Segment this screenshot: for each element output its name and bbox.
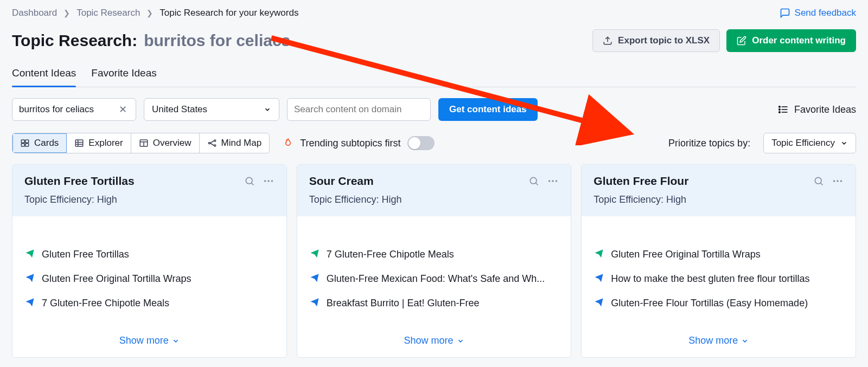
view-mindmap[interactable]: Mind Map — [200, 133, 270, 153]
chevron-down-icon — [741, 337, 749, 345]
cards-icon — [20, 138, 30, 148]
headline-item[interactable]: 7 Gluten-Free Chipotle Meals — [24, 291, 275, 316]
headline-text: Gluten-Free Flour Tortillas (Easy Homema… — [611, 298, 808, 309]
upload-icon — [603, 36, 612, 46]
headline-item[interactable]: Gluten Free Original Tortilla Wraps — [24, 267, 275, 291]
page-title: Topic Research: burritos for celiacs — [12, 31, 290, 50]
flame-icon — [283, 137, 293, 149]
headline-text: Gluten Free Original Tortilla Wraps — [42, 273, 191, 285]
bullhorn-icon — [24, 297, 35, 310]
svg-rect-7 — [21, 140, 24, 143]
svg-point-19 — [214, 140, 215, 141]
export-xlsx-button[interactable]: Export topic to XLSX — [592, 29, 720, 52]
clear-keyword-icon[interactable]: ✕ — [117, 104, 129, 115]
trending-subtopics-toggle-group: Trending subtopics first — [283, 136, 434, 150]
svg-point-32 — [556, 180, 558, 182]
svg-point-33 — [815, 177, 821, 184]
headline-item[interactable]: Gluten-Free Mexican Food: What's Safe an… — [309, 267, 559, 291]
edit-icon — [737, 36, 746, 46]
svg-point-26 — [267, 180, 270, 182]
svg-rect-8 — [25, 140, 29, 143]
topic-card-title[interactable]: Gluten Free Flour — [593, 175, 688, 188]
headline-item[interactable]: Breakfast Burrito | Eat! Gluten-Free — [309, 291, 559, 316]
trending-label: Trending subtopics first — [300, 138, 400, 149]
chevron-down-icon — [457, 337, 464, 345]
keyword-input[interactable] — [19, 104, 117, 115]
tab-content-ideas[interactable]: Content Ideas — [12, 64, 76, 87]
headline-text: Gluten-Free Mexican Food: What's Safe an… — [327, 273, 545, 285]
topic-card: Sour Cream Topic Efficiency: High 7 Glut… — [297, 164, 572, 358]
topic-cards-grid: Gluten Free Tortillas Topic Efficiency: … — [12, 164, 856, 358]
svg-point-5 — [779, 109, 781, 111]
order-content-writing-button[interactable]: Order content writing — [726, 29, 856, 52]
svg-point-18 — [208, 143, 210, 144]
headline-item[interactable]: How to make the best gluten free flour t… — [593, 267, 844, 291]
svg-point-20 — [214, 145, 215, 146]
country-select[interactable]: United States — [144, 98, 279, 121]
chevron-down-icon — [264, 106, 271, 113]
topic-card-title[interactable]: Sour Cream — [309, 175, 374, 188]
prioritize-select[interactable]: Topic Efficiency — [763, 133, 856, 153]
view-mode-segment: Cards Explorer Overview Mind Map — [12, 133, 270, 153]
topic-efficiency: Topic Efficiency: High — [24, 194, 275, 205]
svg-point-23 — [246, 177, 252, 184]
show-more-link[interactable]: Show more — [688, 335, 749, 346]
topic-efficiency: Topic Efficiency: High — [593, 194, 844, 205]
svg-rect-11 — [76, 140, 84, 146]
svg-line-21 — [210, 141, 214, 144]
svg-point-36 — [837, 180, 839, 182]
breadcrumb: Dashboard ❯ Topic Research ❯ Topic Resea… — [12, 8, 298, 18]
more-icon[interactable] — [547, 175, 559, 187]
headline-item[interactable]: Gluten-Free Flour Tortillas (Easy Homema… — [593, 291, 844, 316]
view-explorer[interactable]: Explorer — [67, 133, 131, 153]
view-cards[interactable]: Cards — [12, 133, 67, 153]
more-icon[interactable] — [832, 175, 844, 187]
overview-icon — [139, 138, 149, 148]
chevron-down-icon — [172, 337, 180, 345]
topic-card: Gluten Free Flour Topic Efficiency: High… — [581, 164, 856, 358]
bullhorn-icon — [309, 248, 320, 261]
headline-text: Breakfast Burrito | Eat! Gluten-Free — [327, 298, 480, 309]
svg-point-37 — [840, 180, 843, 182]
search-icon[interactable] — [528, 176, 539, 186]
topic-card-title[interactable]: Gluten Free Tortillas — [24, 175, 135, 188]
svg-line-22 — [210, 143, 214, 146]
svg-line-24 — [252, 183, 254, 185]
view-overview[interactable]: Overview — [131, 133, 200, 153]
svg-rect-10 — [25, 144, 29, 146]
domain-search-input[interactable] — [294, 104, 424, 115]
more-icon[interactable] — [263, 175, 275, 187]
send-feedback-link[interactable]: Send feedback — [780, 8, 856, 18]
svg-point-27 — [271, 180, 273, 182]
svg-point-31 — [552, 180, 554, 182]
headline-text: 7 Gluten-Free Chipotle Meals — [42, 298, 169, 309]
chevron-right-icon: ❯ — [146, 9, 153, 17]
headline-text: Gluten Free Original Tortilla Wraps — [611, 249, 760, 260]
get-content-ideas-button[interactable]: Get content ideas — [438, 98, 538, 121]
comment-icon — [780, 8, 790, 18]
prioritize-label: Prioritize topics by: — [668, 138, 750, 149]
list-icon — [778, 104, 789, 115]
headline-text: Gluten Free Tortillas — [42, 249, 129, 260]
show-more-link[interactable]: Show more — [404, 335, 464, 346]
search-icon[interactable] — [244, 176, 255, 186]
svg-line-34 — [821, 183, 823, 185]
headline-item[interactable]: Gluten Free Original Tortilla Wraps — [593, 242, 844, 267]
main-tabs: Content Ideas Favorite Ideas — [12, 64, 856, 87]
trending-toggle[interactable] — [407, 136, 435, 150]
headline-item[interactable]: 7 Gluten-Free Chipotle Meals — [309, 242, 559, 267]
breadcrumb-dashboard[interactable]: Dashboard — [12, 8, 57, 18]
headline-item[interactable]: Gluten Free Tortillas — [24, 242, 275, 267]
search-icon[interactable] — [813, 176, 824, 186]
svg-point-30 — [548, 180, 551, 182]
bullhorn-icon — [593, 248, 604, 261]
show-more-link[interactable]: Show more — [119, 335, 180, 346]
page-title-query: burritos for celiacs — [144, 31, 290, 50]
favorite-ideas-link[interactable]: Favorite Ideas — [778, 104, 856, 115]
headline-text: How to make the best gluten free flour t… — [611, 273, 809, 285]
bullhorn-icon — [593, 272, 604, 286]
tab-favorite-ideas[interactable]: Favorite Ideas — [91, 64, 156, 87]
svg-rect-9 — [21, 144, 24, 146]
svg-point-35 — [833, 180, 835, 182]
breadcrumb-topic-research[interactable]: Topic Research — [76, 8, 140, 18]
